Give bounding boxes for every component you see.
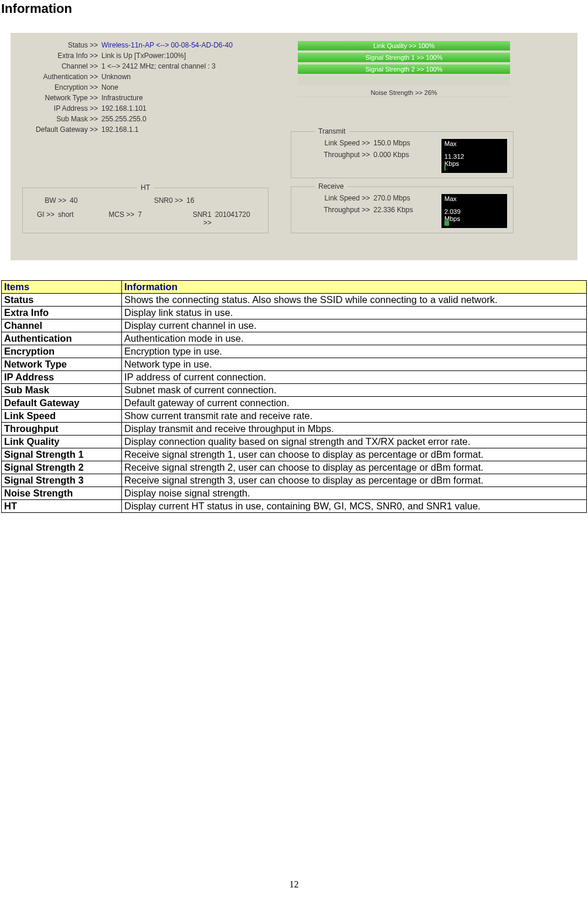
rx-meter-bar-icon xyxy=(444,221,449,226)
bw-value: 40 xyxy=(70,196,77,205)
default-gateway-value: 192.168.1.1 xyxy=(101,125,138,134)
table-description: Receive signal strength 3, user can choo… xyxy=(122,474,587,487)
table-row: EncryptionEncryption type in use. xyxy=(2,345,587,358)
signal-strength-2-bar: Signal Strength 2 >> 100% xyxy=(298,64,510,74)
table-row: Noise StrengthDisplay noise signal stren… xyxy=(2,487,587,500)
table-row: Signal Strength 3Receive signal strength… xyxy=(2,474,587,487)
table-description: Default gateway of current connection. xyxy=(122,397,587,410)
table-description: Display noise signal strength. xyxy=(122,487,587,500)
channel-value: 1 <--> 2412 MHz; central channel : 3 xyxy=(101,62,216,70)
table-description: Authentication mode in use. xyxy=(122,332,587,345)
table-description: Shows the connecting status. Also shows … xyxy=(122,294,587,307)
encryption-label: Encryption >> xyxy=(22,83,101,91)
table-row: HTDisplay current HT status in use, cont… xyxy=(2,500,587,513)
sub-mask-value: 255.255.255.0 xyxy=(101,115,147,123)
table-row: Link SpeedShow current transmit rate and… xyxy=(2,410,587,423)
signal-strength-3-bar xyxy=(298,76,510,86)
page-number: 12 xyxy=(0,879,588,890)
table-row: StatusShows the connecting status. Also … xyxy=(2,294,587,307)
table-item: Signal Strength 3 xyxy=(2,474,122,487)
tx-throughput-label: Throughput >> xyxy=(291,151,373,159)
table-row: Link QualityDisplay connection quality b… xyxy=(2,436,587,448)
status-left-panel: Status >>Wireless-11n-AP <--> 00-08-54-A… xyxy=(22,41,268,136)
rx-meter: Max 2.039 Mbps xyxy=(441,194,507,228)
authentication-value: Unknown xyxy=(101,73,131,81)
signal-strength-1-bar: Signal Strength 1 >> 100% xyxy=(298,53,510,62)
table-item: Signal Strength 2 xyxy=(2,461,122,474)
gi-label: GI >> xyxy=(29,210,58,227)
transmit-groupbox: Transmit Link Speed >>150.0 Mbps Through… xyxy=(291,131,514,178)
receive-groupbox: Receive Link Speed >>270.0 Mbps Throughp… xyxy=(291,186,514,233)
table-description: Show current transmit rate and receive r… xyxy=(122,410,587,423)
mcs-value: 7 xyxy=(138,210,142,227)
rx-link-speed-value: 270.0 Mbps xyxy=(373,194,410,202)
table-row: Network TypeNetwork type in use. xyxy=(2,358,587,371)
tx-meter: Max 11.312 Kbps xyxy=(441,139,507,173)
table-row: ChannelDisplay current channel in use. xyxy=(2,319,587,332)
table-description: Display transmit and receive throughput … xyxy=(122,423,587,436)
table-row: ThroughputDisplay transmit and receive t… xyxy=(2,423,587,436)
table-header-items: Items xyxy=(2,281,122,294)
table-item: Throughput xyxy=(2,423,122,436)
encryption-value: None xyxy=(101,83,118,91)
information-table: Items Information StatusShows the connec… xyxy=(1,280,587,513)
table-description: Display current channel in use. xyxy=(122,319,587,332)
table-item: Noise Strength xyxy=(2,487,122,500)
noise-strength-text: Noise Strength >> 26% xyxy=(371,89,437,96)
tx-meter-value: 11.312 xyxy=(444,153,504,160)
status-label: Status >> xyxy=(22,41,101,49)
page-title: Information xyxy=(0,0,588,16)
rx-throughput-label: Throughput >> xyxy=(291,206,373,214)
table-item: Authentication xyxy=(2,332,122,345)
authentication-label: Authentication >> xyxy=(22,73,101,81)
network-type-value: Infrastructure xyxy=(101,94,143,102)
table-description: Receive signal strength 1, user can choo… xyxy=(122,448,587,461)
rx-throughput-value: 22.336 Kbps xyxy=(373,206,413,214)
tx-link-speed-value: 150.0 Mbps xyxy=(373,139,410,147)
rx-meter-max: Max xyxy=(444,195,504,202)
sub-mask-label: Sub Mask >> xyxy=(22,115,101,123)
snr1-value: 201041720 xyxy=(215,210,250,227)
table-item: Default Gateway xyxy=(2,397,122,410)
tx-meter-bar-icon xyxy=(444,166,446,171)
network-type-label: Network Type >> xyxy=(22,94,101,102)
table-header-information: Information xyxy=(122,281,587,294)
table-item: IP Address xyxy=(2,371,122,384)
link-quality-text: Link Quality >> 100% xyxy=(373,42,435,49)
table-row: Sub MaskSubnet mask of current connectio… xyxy=(2,384,587,397)
table-row: Default GatewayDefault gateway of curren… xyxy=(2,397,587,410)
table-description: Display connection quality based on sign… xyxy=(122,436,587,448)
table-row: Extra InfoDisplay link status in use. xyxy=(2,307,587,319)
ht-groupbox: HT BW >>40 SNR0 >>16 GI >>short MCS >>7 … xyxy=(22,188,268,233)
ip-address-value: 192.168.1.101 xyxy=(101,104,147,113)
ht-legend: HT xyxy=(137,183,154,192)
table-row: Signal Strength 1Receive signal strength… xyxy=(2,448,587,461)
table-item: Signal Strength 1 xyxy=(2,448,122,461)
link-quality-bar: Link Quality >> 100% xyxy=(298,41,510,50)
table-row: IP AddressIP address of current connecti… xyxy=(2,371,587,384)
bw-label: BW >> xyxy=(29,196,70,205)
table-item: Link Speed xyxy=(2,410,122,423)
table-description: Receive signal strength 2, user can choo… xyxy=(122,461,587,474)
table-item: Encryption xyxy=(2,345,122,358)
table-description: Display link status in use. xyxy=(122,307,587,319)
table-row: Signal Strength 2Receive signal strength… xyxy=(2,461,587,474)
gi-value: short xyxy=(58,210,74,227)
table-item: Sub Mask xyxy=(2,384,122,397)
table-item: Link Quality xyxy=(2,436,122,448)
rx-meter-value: 2.039 xyxy=(444,208,504,215)
table-description: Subnet mask of current connection. xyxy=(122,384,587,397)
table-item: Network Type xyxy=(2,358,122,371)
status-screenshot: Status >>Wireless-11n-AP <--> 00-08-54-A… xyxy=(11,33,577,260)
table-row: AuthenticationAuthentication mode in use… xyxy=(2,332,587,345)
mcs-label: MCS >> xyxy=(106,210,138,227)
table-description: Display current HT status in use, contai… xyxy=(122,500,587,513)
transmit-legend: Transmit xyxy=(315,127,349,135)
rx-meter-unit: Mbps xyxy=(444,215,504,222)
snr0-value: 16 xyxy=(186,196,194,205)
rx-link-speed-label: Link Speed >> xyxy=(291,194,373,202)
signal-strength-1-text: Signal Strength 1 >> 100% xyxy=(365,54,442,61)
tx-throughput-value: 0.000 Kbps xyxy=(373,151,409,159)
extra-info-value: Link is Up [TxPower:100%] xyxy=(101,52,186,60)
default-gateway-label: Default Gateway >> xyxy=(22,125,101,134)
